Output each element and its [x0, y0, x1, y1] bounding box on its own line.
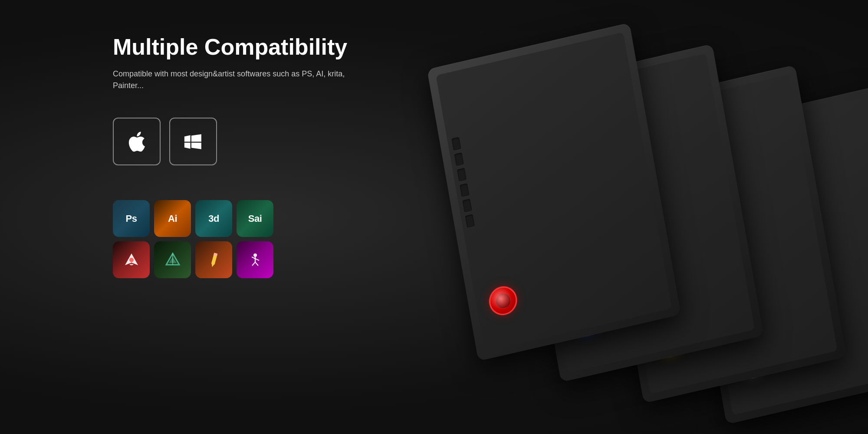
- apple-os-icon: [113, 118, 161, 165]
- svg-point-8: [253, 253, 257, 257]
- photoshop-label: Ps: [126, 213, 137, 224]
- tablets-stack: [490, 26, 868, 399]
- illustrator-icon: Ai: [154, 200, 191, 237]
- page-title: Multiple Compatibility: [113, 35, 373, 59]
- tablet-red-surface: [436, 32, 672, 352]
- page-background: Multiple Compatibility Compatible with m…: [0, 0, 868, 434]
- zbrush-logo-icon: [246, 251, 264, 269]
- pencil-logo-icon: [205, 251, 223, 269]
- os-compatibility-icons: [113, 118, 373, 165]
- sai-label: Sai: [248, 213, 262, 224]
- photoshop-icon: Ps: [113, 200, 150, 237]
- software-compatibility-grid: Ps Ai 3d Sai: [113, 200, 373, 278]
- sai-icon: Sai: [237, 200, 273, 237]
- page-subtitle: Compatible with most design&artist softw…: [113, 68, 373, 92]
- svg-line-13: [255, 262, 258, 266]
- svg-point-1: [129, 258, 134, 262]
- windows-logo-icon: [181, 130, 205, 154]
- apple-logo-icon: [125, 130, 149, 154]
- illustrator-label: Ai: [168, 213, 177, 224]
- svg-line-11: [255, 259, 259, 260]
- windows-os-icon: [169, 118, 217, 165]
- blender-logo-icon: [164, 251, 182, 269]
- dial-red-inner: [494, 292, 512, 310]
- svg-line-12: [252, 262, 255, 266]
- 3dsmax-icon: 3d: [195, 200, 232, 237]
- krita-icon: [113, 241, 150, 278]
- blender-icon: [154, 241, 191, 278]
- 3dsmax-label: 3d: [208, 213, 219, 224]
- krita-logo-icon: [123, 251, 140, 269]
- zbrush-icon: [237, 241, 273, 278]
- tablets-display-area: [425, 0, 868, 434]
- left-content-area: Multiple Compatibility Compatible with m…: [113, 35, 373, 278]
- pencil-icon: [195, 241, 232, 278]
